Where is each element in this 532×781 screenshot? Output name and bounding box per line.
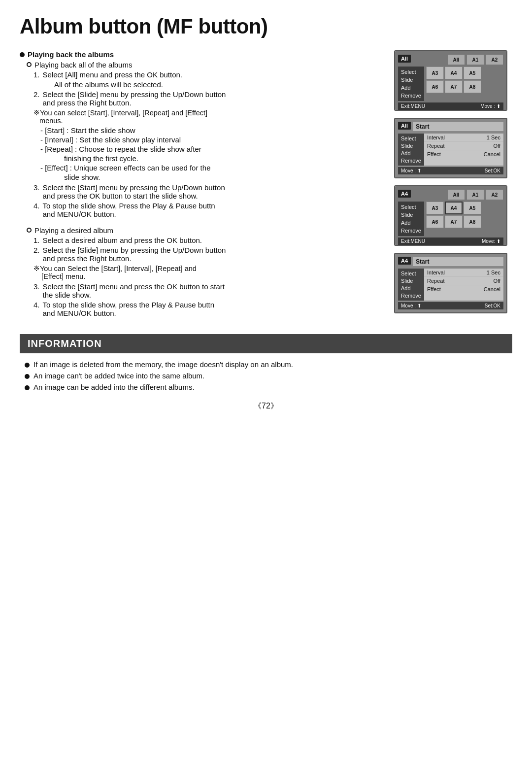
dash-interval: - [Interval] : Set the slide show play i…	[40, 136, 384, 144]
badge-a4-2: A4	[398, 257, 411, 265]
screen4-slide-menu-a4: A4 Start Select Slide Add Remove Interva…	[394, 253, 507, 313]
dash-start: - [Start] : Start the slide show	[40, 126, 384, 135]
step-4: 4. To stop the slide show, Press the Pla…	[33, 202, 384, 218]
camera-screens: All All A1 A2 Select Slide Add Remove	[394, 50, 512, 322]
screen4-bottom-left: Move : ⬆	[401, 303, 421, 308]
badge-a4-1: A4	[398, 190, 411, 198]
dash-repeat: - [Repeat] : Choose to repeat the slide …	[40, 145, 384, 153]
page-number: 《72》	[20, 401, 512, 411]
information-bullets: If an image is deleted from the memory, …	[20, 360, 512, 391]
page-title: Album button (MF button)	[20, 15, 512, 38]
main-content: Playing back the albums Playing back all…	[20, 50, 384, 322]
screen1-album-grid: All All A1 A2 Select Slide Add Remove	[394, 50, 507, 111]
screen2-slide-menu: All Start Select Slide Add Remove Interv…	[394, 118, 507, 178]
info-item-1: If an image is deleted from the memory, …	[25, 360, 507, 369]
screen4-bottom-right: Set:OK	[485, 303, 500, 308]
badge-all-2: All	[398, 122, 411, 130]
info-bullet-1	[25, 363, 30, 368]
screen3-album-grid-a4: A4 All A1 A2 Select Slide Add Remove	[394, 185, 507, 246]
circle-dot-2	[27, 228, 32, 233]
information-header: INFORMATION	[20, 334, 512, 353]
slide-menu-labels-4: Select Slide Add Remove	[398, 269, 424, 301]
info-bullet-2	[25, 374, 30, 379]
sub1-circle-text: Playing back all of the albums	[34, 61, 132, 69]
circle-dot	[27, 62, 32, 67]
dash-repeat-cont: finishing the first cycle.	[64, 154, 384, 163]
step-2-4: 4. To stop the slide show, press the Pla…	[33, 301, 384, 317]
screen1-bottom-right: Move : ⬆	[480, 103, 500, 109]
screen2-bottom-left: Move : ⬆	[401, 168, 421, 173]
menu-labels-3: Select Slide Add Remove	[398, 202, 424, 236]
information-box: INFORMATION If an image is deleted from …	[20, 334, 512, 391]
step-2: 2. Select the [Slide] menu by pressing t…	[33, 90, 384, 107]
step-1-sub: All of the albums will be selected.	[54, 80, 384, 89]
slide-menu-labels-1: Select Slide Add Remove	[398, 134, 424, 166]
screen2-bottom-right: Set:OK	[485, 168, 500, 173]
screen3-bottom-left: Exit:MENU	[401, 238, 425, 244]
info-item-2: An image can't be added twice into the s…	[25, 372, 507, 380]
menu-labels-1: Select Slide Add Remove	[398, 67, 424, 101]
step-2-3: 3. Select the [Start] menu and press the…	[33, 282, 384, 299]
dash-effect: - [Effect] : Unique screen effects can b…	[40, 164, 384, 172]
info-item-3: An image can be added into the different…	[25, 383, 507, 391]
bullet-dot	[20, 52, 25, 57]
info-bullet-3	[25, 385, 30, 390]
badge-all-1: All	[398, 55, 411, 63]
note1: ※You can select [Start], [Interval], [Re…	[33, 109, 384, 125]
step-2-2: 2. Select the [Slide] menu by pressing t…	[33, 246, 384, 263]
main-bullet-text: Playing back the albums	[28, 50, 114, 59]
screen1-bottom-left: Exit:MENU	[401, 103, 425, 109]
step-3: 3. Select the [Start] menu by pressing t…	[33, 183, 384, 200]
sub2-circle-text: Playing a desired album	[34, 226, 113, 235]
note2: ※You can Select the [Start], [Interval],…	[33, 265, 384, 280]
dash-effect-cont: slide show.	[64, 173, 384, 181]
step-2-1: 1. Select a desired album and press the …	[33, 236, 384, 244]
screen3-bottom-right: Move: ⬆	[482, 238, 500, 244]
step-1: 1. Select [All] menu and press the OK bu…	[33, 70, 384, 79]
